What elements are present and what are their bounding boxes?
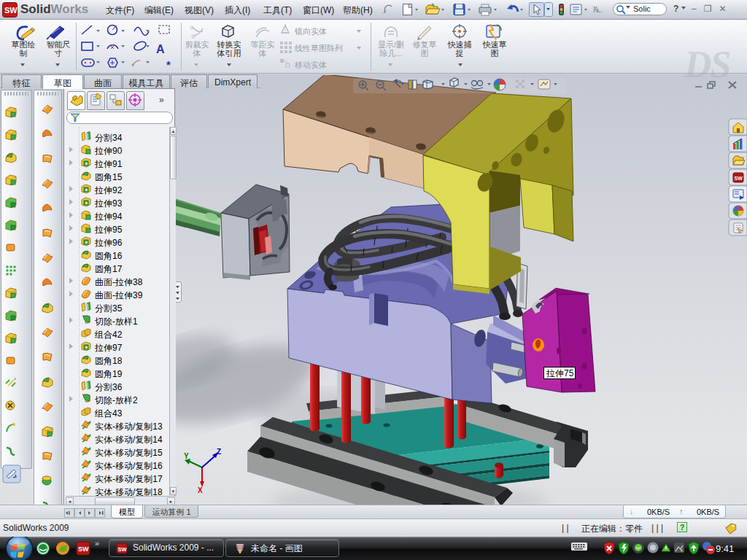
svg-text:*: * (166, 58, 171, 71)
svg-text:X: X (198, 486, 203, 494)
svg-text:⅞..: ⅞.. (592, 6, 603, 14)
svg-text:Z: Z (217, 448, 221, 456)
svg-text:SW: SW (118, 546, 128, 553)
svg-text:SW: SW (735, 176, 743, 181)
svg-text:SW: SW (78, 545, 89, 553)
svg-text:拉伸75: 拉伸75 (546, 368, 574, 378)
svg-text:SW: SW (4, 6, 18, 15)
svg-text:Y: Y (184, 452, 189, 460)
svg-text:A: A (156, 43, 165, 55)
